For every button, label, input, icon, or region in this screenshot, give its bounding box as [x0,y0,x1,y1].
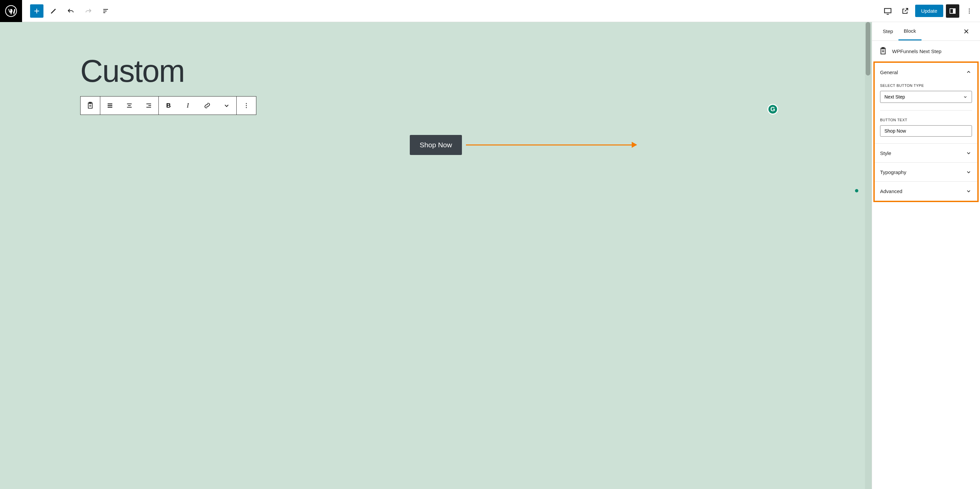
desktop-icon [883,7,892,15]
svg-rect-3 [953,9,955,13]
align-center-button[interactable] [120,97,139,114]
clipboard-icon [86,102,94,110]
grammarly-badge[interactable]: G [767,104,778,114]
editor-canvas[interactable]: Custom B [0,22,872,489]
update-button[interactable]: Update [915,5,943,17]
chevron-down-icon [965,150,972,156]
link-icon [203,102,211,110]
shop-button-container: Shop Now [80,135,791,155]
main-area: Custom B [0,22,980,489]
highlight-annotation-box: General Select Button Type Next Step But… [873,62,978,202]
svg-rect-1 [885,8,891,13]
align-right-icon [145,102,153,110]
panel-style-label: Style [880,150,891,156]
toolbar-left-group [22,4,113,18]
chevron-down-icon [965,188,972,194]
align-justify-button[interactable] [100,97,120,114]
panel-typography-toggle[interactable]: Typography [875,162,977,181]
add-block-button[interactable] [30,4,43,18]
view-button[interactable] [880,4,895,18]
block-name-label: WPFunnels Next Step [892,48,942,54]
chevron-down-icon [223,102,231,110]
panel-general-body: Select Button Type Next Step Button Text [875,81,977,143]
panel-advanced-toggle[interactable]: Advanced [875,181,977,201]
outline-button[interactable] [98,4,113,18]
annotation-arrow [466,144,636,146]
undo-button[interactable] [64,4,78,18]
sidebar-tabs: Step Block [872,22,980,41]
redo-button[interactable] [81,4,95,18]
chevron-down-icon [965,169,972,175]
svg-point-4 [969,8,970,10]
close-sidebar-button[interactable] [963,25,975,37]
status-dot [855,189,858,192]
block-header: WPFunnels Next Step [872,41,980,62]
kebab-icon [965,7,973,15]
link-button[interactable] [197,97,217,114]
italic-icon: I [187,102,189,109]
external-link-button[interactable] [898,4,913,18]
edit-mode-button[interactable] [46,4,61,18]
settings-sidebar: Step Block WPFunnels Next Step General S… [872,22,980,489]
block-type-button[interactable] [81,97,100,114]
svg-point-6 [969,13,970,13]
plus-icon [33,7,41,15]
list-icon [102,7,110,15]
redo-icon [84,7,92,15]
external-icon [901,7,909,15]
toolbar-right-group: Update [880,4,980,18]
panel-advanced-label: Advanced [880,188,902,194]
shop-now-button[interactable]: Shop Now [410,135,462,155]
italic-button[interactable]: I [178,97,197,114]
svg-point-5 [969,10,970,11]
bold-icon: B [166,102,171,109]
block-more-button[interactable] [237,97,256,114]
undo-icon [67,7,75,15]
block-toolbar: B I [80,96,256,115]
align-right-button[interactable] [139,97,158,114]
button-type-select[interactable]: Next Step [880,91,972,103]
align-center-icon [125,102,134,110]
settings-toggle-button[interactable] [946,4,959,18]
button-text-label: Button Text [880,118,972,122]
svg-point-10 [246,105,247,106]
svg-point-9 [246,103,247,104]
panel-typography-label: Typography [880,169,906,175]
pencil-icon [49,7,57,15]
clipboard-icon [879,47,888,56]
close-icon [963,28,970,35]
kebab-icon [242,102,250,110]
scrollbar-thumb[interactable] [866,22,870,76]
tab-block[interactable]: Block [899,22,921,40]
panel-general-toggle[interactable]: General [875,63,977,81]
bold-button[interactable]: B [159,97,178,114]
tab-step[interactable]: Step [877,23,899,40]
panel-style-toggle[interactable]: Style [875,143,977,162]
panel-general-label: General [880,70,898,75]
align-justify-icon [106,102,114,110]
page-title[interactable]: Custom [80,56,791,87]
grammarly-g-icon: G [770,106,775,113]
canvas-scrollbar[interactable] [865,22,872,489]
top-toolbar: Update [0,0,980,22]
wordpress-logo[interactable] [0,0,22,22]
more-format-button[interactable] [217,97,236,114]
separator [880,110,972,111]
svg-point-11 [246,107,247,108]
chevron-up-icon [965,69,972,76]
button-text-input[interactable] [880,125,972,137]
button-type-label: Select Button Type [880,84,972,87]
sidebar-icon [948,7,956,15]
more-options-button[interactable] [962,4,977,18]
